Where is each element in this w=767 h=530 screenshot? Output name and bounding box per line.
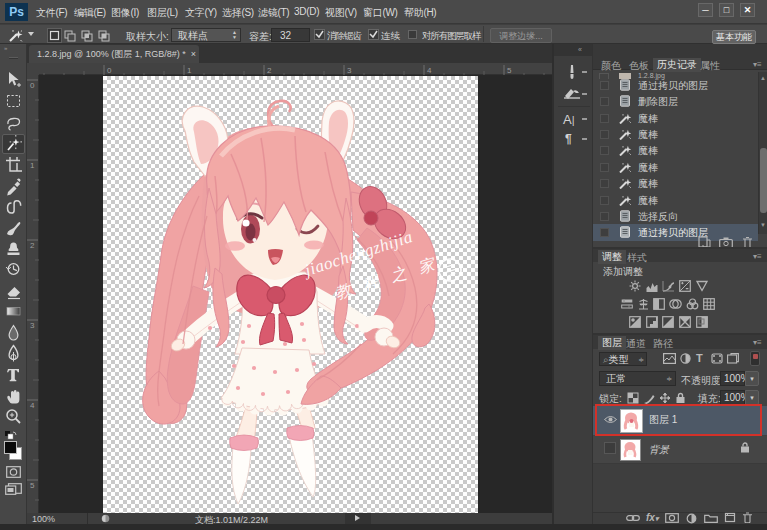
svg-text:3: 3 xyxy=(347,66,352,75)
svg-text:1: 1 xyxy=(187,66,192,75)
svg-text:2: 2 xyxy=(30,241,35,250)
svg-text:1: 1 xyxy=(30,161,35,170)
svg-text:2: 2 xyxy=(267,66,272,75)
svg-text:4: 4 xyxy=(30,401,35,410)
svg-text:4: 4 xyxy=(427,66,432,75)
svg-text:5: 5 xyxy=(30,481,35,490)
svg-text:0: 0 xyxy=(107,66,112,75)
svg-text:3: 3 xyxy=(30,321,35,330)
svg-text:0: 0 xyxy=(30,81,35,90)
svg-text:5: 5 xyxy=(507,66,512,75)
